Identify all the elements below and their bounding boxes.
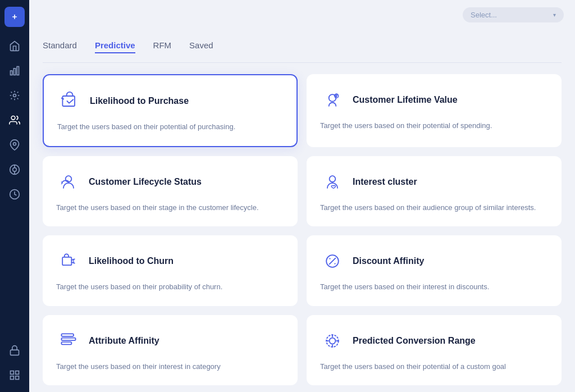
svg-point-29: [330, 338, 336, 344]
svg-rect-22: [62, 257, 71, 265]
card-icon-discount: [320, 249, 345, 274]
card-title: Discount Affinity: [353, 256, 424, 266]
svg-point-4: [13, 94, 16, 97]
card-customer-lifecycle-status[interactable]: Customer Lifecycle Status Target the use…: [43, 156, 298, 227]
svg-rect-17: [62, 96, 75, 106]
card-title: Likelihood to Churn: [89, 256, 174, 266]
card-attribute-affinity[interactable]: Attribute Affinity Target the users base…: [43, 315, 298, 386]
content-area: StandardPredictiveRFMSaved Likelihood to…: [29, 29, 575, 392]
card-customer-lifetime-value[interactable]: Customer Lifetime Value Target the users…: [307, 74, 562, 147]
card-header: Customer Lifetime Value: [320, 88, 548, 112]
sidebar-item-history[interactable]: [4, 184, 25, 204]
topbar-dropdown-text: Select...: [471, 11, 549, 19]
svg-rect-3: [17, 67, 19, 75]
card-likelihood-to-churn[interactable]: Likelihood to Churn Target the users bas…: [43, 235, 298, 306]
sidebar: [0, 0, 29, 392]
card-icon-attribute: [56, 329, 81, 353]
card-description: Target the users based on their probabil…: [56, 281, 284, 293]
card-header: Interest cluster: [320, 170, 548, 194]
card-icon-conversion: [320, 329, 345, 353]
card-interest-cluster[interactable]: Interest cluster Target the users based …: [307, 156, 562, 227]
sidebar-item-lock[interactable]: [4, 340, 25, 361]
card-description: Target the users based on their potentia…: [57, 121, 283, 133]
sidebar-bottom: [4, 340, 25, 385]
card-icon-purchase: [57, 89, 82, 113]
tab-saved[interactable]: Saved: [189, 40, 213, 53]
topbar: Select... ▾: [29, 0, 575, 29]
card-title: Attribute Affinity: [89, 336, 159, 346]
card-description: Target the users based on their potentia…: [320, 361, 548, 372]
card-discount-affinity[interactable]: Discount Affinity Target the users based…: [307, 235, 562, 306]
card-header: Likelihood to Purchase: [57, 89, 283, 113]
sidebar-item-analytics[interactable]: [4, 61, 25, 81]
tabs-bar: StandardPredictiveRFMSaved: [43, 29, 562, 63]
card-description: Target the users based on their interest…: [320, 281, 548, 293]
svg-point-21: [330, 176, 336, 182]
main-panel: Select... ▾ StandardPredictiveRFMSaved L…: [29, 0, 575, 392]
svg-rect-12: [11, 350, 19, 355]
topbar-dropdown[interactable]: Select... ▾: [463, 7, 564, 22]
svg-point-5: [11, 116, 15, 120]
card-icon-churn: [56, 249, 81, 274]
tab-predictive[interactable]: Predictive: [95, 40, 135, 53]
card-title: Interest cluster: [353, 177, 417, 187]
card-description: Target the users based on their stage in…: [56, 202, 284, 213]
card-header: Predicted Conversion Range: [320, 329, 548, 353]
svg-rect-2: [13, 69, 15, 75]
card-header: Attribute Affinity: [56, 329, 284, 353]
svg-rect-14: [16, 371, 19, 375]
sidebar-item-settings[interactable]: [4, 85, 25, 106]
card-title: Customer Lifecycle Status: [89, 177, 202, 187]
sidebar-logo[interactable]: [4, 7, 25, 27]
svg-point-18: [329, 94, 336, 102]
card-icon-interest: [320, 170, 345, 194]
svg-rect-1: [11, 71, 12, 75]
card-header: Customer Lifecycle Status: [56, 170, 284, 194]
card-title: Predicted Conversion Range: [353, 336, 476, 346]
cards-grid: Likelihood to Purchase Target the users …: [43, 74, 562, 385]
svg-rect-13: [11, 371, 14, 375]
card-description: Target the users based on their audience…: [320, 202, 548, 213]
sidebar-item-home[interactable]: [4, 36, 25, 56]
sidebar-item-audience[interactable]: [4, 110, 25, 130]
svg-rect-25: [61, 338, 75, 340]
card-icon-lifetime: [320, 88, 345, 112]
card-likelihood-to-purchase[interactable]: Likelihood to Purchase Target the users …: [43, 74, 298, 147]
card-header: Likelihood to Churn: [56, 249, 284, 274]
tab-rfm[interactable]: RFM: [153, 40, 172, 53]
card-description: Target the users based on their interest…: [56, 361, 284, 372]
sidebar-item-grid[interactable]: [4, 365, 25, 385]
svg-rect-16: [16, 376, 19, 380]
card-header: Discount Affinity: [320, 249, 548, 274]
sidebar-item-location[interactable]: [4, 135, 25, 155]
card-title: Likelihood to Purchase: [90, 96, 189, 106]
tab-standard[interactable]: Standard: [43, 40, 77, 53]
svg-point-6: [13, 143, 16, 145]
sidebar-item-integrations[interactable]: [4, 159, 25, 180]
card-icon-lifecycle: [56, 170, 81, 194]
svg-rect-15: [11, 376, 14, 380]
svg-rect-26: [61, 341, 71, 344]
svg-rect-27: [61, 334, 74, 336]
chevron-down-icon: ▾: [553, 12, 556, 18]
svg-point-8: [13, 168, 17, 172]
card-predicted-conversion-range[interactable]: Predicted Conversion Range Target the us…: [307, 315, 562, 386]
card-description: Target the users based on their potentia…: [320, 120, 548, 131]
card-title: Customer Lifetime Value: [353, 95, 458, 105]
